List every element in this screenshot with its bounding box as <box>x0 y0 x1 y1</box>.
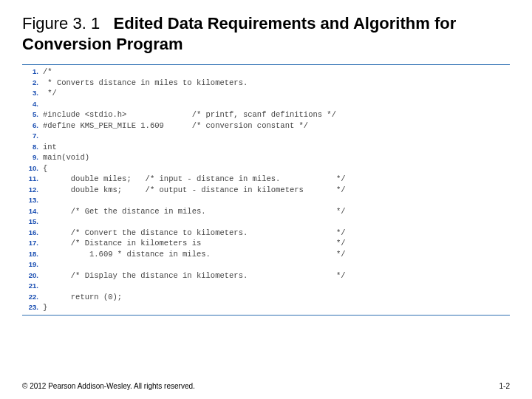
code-text: int <box>43 142 510 153</box>
code-text: double miles; /* input - distance in mil… <box>43 174 510 185</box>
copyright-text: © 2012 Pearson Addison-Wesley. All right… <box>22 382 195 390</box>
line-number: 18. <box>22 249 43 260</box>
footer: © 2012 Pearson Addison-Wesley. All right… <box>22 382 510 390</box>
line-number: 22. <box>22 292 43 303</box>
line-number: 1. <box>22 66 43 78</box>
code-line: 11. double miles; /* input - distance in… <box>22 174 510 185</box>
line-number: 5. <box>22 109 43 120</box>
code-text: } <box>43 302 510 313</box>
code-text: #include <stdio.h> /* printf, scanf defi… <box>43 109 510 120</box>
line-number: 8. <box>22 142 43 153</box>
line-number: 16. <box>22 228 43 239</box>
line-number: 7. <box>22 131 43 142</box>
code-line: 6.#define KMS_PER_MILE 1.609 /* conversi… <box>22 120 510 132</box>
line-number: 6. <box>22 120 43 132</box>
code-line: 7. <box>22 131 510 142</box>
code-text: 1.609 * distance in miles. */ <box>43 249 510 260</box>
code-line: 16. /* Convert the distance to kilometer… <box>22 228 510 239</box>
code-text: #define KMS_PER_MILE 1.609 /* conversion… <box>43 120 510 132</box>
line-number: 21. <box>22 281 43 292</box>
code-text: main(void) <box>43 152 510 163</box>
code-line: 12. double kms; /* output - distance in … <box>22 185 510 196</box>
page-number: 1-2 <box>499 382 510 390</box>
code-line: 14. /* Get the distance in miles. */ <box>22 206 510 217</box>
line-number: 2. <box>22 78 43 89</box>
line-number: 19. <box>22 259 43 270</box>
code-line: 23.} <box>22 302 510 313</box>
code-line: 1./* <box>22 66 510 78</box>
code-line: 2. * Converts distance in miles to kilom… <box>22 78 510 89</box>
code-text: return (0); <box>43 292 510 303</box>
code-text: * Converts distance in miles to kilomete… <box>43 78 510 89</box>
line-number: 12. <box>22 185 43 196</box>
code-line: 4. <box>22 99 510 110</box>
line-number: 14. <box>22 206 43 217</box>
code-line: 3. */ <box>22 88 510 99</box>
figure-number: Figure 3. 1 <box>22 14 100 33</box>
line-number: 15. <box>22 216 43 228</box>
code-text: /* Convert the distance to kilometers. *… <box>43 228 510 239</box>
code-text: /* <box>43 66 510 78</box>
code-text: */ <box>43 88 510 99</box>
line-number: 11. <box>22 174 43 185</box>
code-line: 17. /* Distance in kilometers is */ <box>22 238 510 249</box>
code-line: 22. return (0); <box>22 292 510 303</box>
code-line: 10.{ <box>22 163 510 174</box>
code-line: 18. 1.609 * distance in miles. */ <box>22 249 510 260</box>
line-number: 10. <box>22 163 43 174</box>
code-text: { <box>43 163 510 174</box>
code-line: 21. <box>22 281 510 292</box>
code-text: /* Display the distance in kilometers. *… <box>43 270 510 282</box>
code-listing: 1./*2. * Converts distance in miles to k… <box>22 64 510 316</box>
line-number: 3. <box>22 88 43 99</box>
code-text: double kms; /* output - distance in kilo… <box>43 185 510 196</box>
code-line: 9.main(void) <box>22 152 510 163</box>
line-number: 9. <box>22 152 43 163</box>
code-text: /* Get the distance in miles. */ <box>43 206 510 217</box>
code-line: 5.#include <stdio.h> /* printf, scanf de… <box>22 109 510 120</box>
code-line: 20. /* Display the distance in kilometer… <box>22 270 510 282</box>
code-line: 8.int <box>22 142 510 153</box>
line-number: 13. <box>22 195 43 206</box>
line-number: 17. <box>22 238 43 249</box>
line-number: 20. <box>22 270 43 282</box>
line-number: 4. <box>22 99 43 110</box>
slide-title: Figure 3. 1 Edited Data Requirements and… <box>0 0 532 60</box>
code-line: 15. <box>22 216 510 228</box>
code-text: /* Distance in kilometers is */ <box>43 238 510 249</box>
code-line: 19. <box>22 259 510 270</box>
line-number: 23. <box>22 302 43 313</box>
code-line: 13. <box>22 195 510 206</box>
